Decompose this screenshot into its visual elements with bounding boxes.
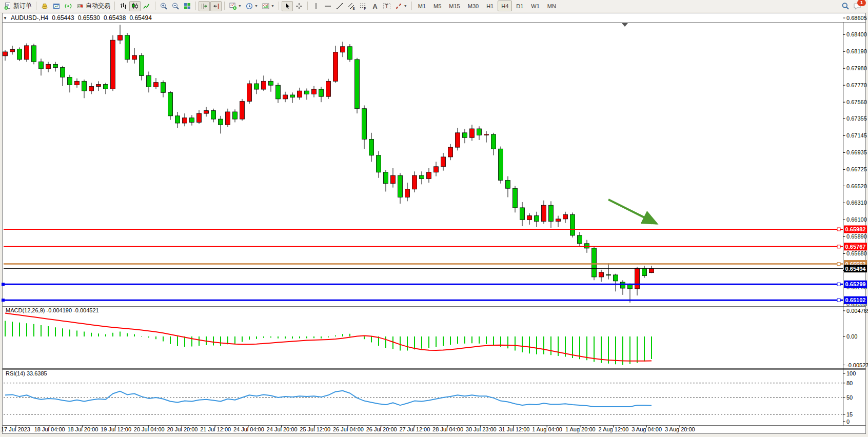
chart-bars-button[interactable] bbox=[117, 1, 129, 11]
text-label-button[interactable]: T bbox=[381, 1, 392, 11]
line-handle[interactable] bbox=[837, 263, 840, 266]
timeframe-H1-button[interactable]: H1 bbox=[483, 1, 497, 11]
chart-shift-button[interactable] bbox=[210, 1, 222, 11]
candle bbox=[456, 133, 460, 147]
line-handle[interactable] bbox=[2, 283, 5, 286]
candle bbox=[147, 75, 151, 87]
svg-text:0.65680: 0.65680 bbox=[846, 250, 867, 256]
timeframe-M15-button[interactable]: M15 bbox=[445, 1, 463, 11]
horizontal-line-button[interactable] bbox=[322, 1, 333, 11]
candle bbox=[46, 64, 51, 69]
auto-scroll-button[interactable] bbox=[199, 1, 210, 11]
svg-text:20 Jul 20:00: 20 Jul 20:00 bbox=[167, 426, 198, 432]
candle bbox=[377, 155, 381, 172]
svg-text:19 Jul 12:00: 19 Jul 12:00 bbox=[101, 426, 131, 432]
market-watch-icon bbox=[41, 2, 49, 10]
timeframe-W1-button[interactable]: W1 bbox=[527, 1, 543, 11]
svg-text:-0.005276: -0.005276 bbox=[846, 362, 868, 368]
chart-canvas[interactable]: 0.686050.684000.681900.679800.677700.675… bbox=[0, 0, 868, 437]
svg-text:2 Aug 12:00: 2 Aug 12:00 bbox=[599, 426, 629, 432]
notifications-button[interactable]: 1 bbox=[852, 1, 863, 11]
candle bbox=[520, 208, 525, 220]
vertical-line-button[interactable] bbox=[310, 1, 322, 11]
candle bbox=[154, 83, 159, 87]
timeframe-H4-button[interactable]: H4 bbox=[498, 1, 512, 11]
candle bbox=[89, 87, 94, 91]
crosshair-button[interactable] bbox=[293, 1, 305, 11]
line-handle[interactable] bbox=[837, 245, 840, 248]
line-handle[interactable] bbox=[837, 228, 840, 231]
svg-text:0.66520: 0.66520 bbox=[846, 183, 867, 189]
zoom-out-button[interactable] bbox=[170, 1, 181, 11]
svg-text:18 Jul 04:00: 18 Jul 04:00 bbox=[34, 426, 65, 432]
candle bbox=[111, 40, 115, 89]
text-button[interactable]: A bbox=[369, 1, 381, 11]
line-handle[interactable] bbox=[837, 283, 840, 286]
zoom-in-button[interactable] bbox=[158, 1, 169, 11]
candle bbox=[17, 49, 22, 59]
chart-window bbox=[3, 13, 866, 434]
toolbar-separator bbox=[279, 2, 279, 10]
price-badge: 0.65494 bbox=[844, 265, 867, 272]
ohlc-open: 0.65443 bbox=[52, 14, 74, 22]
svg-text:0.65767: 0.65767 bbox=[845, 244, 866, 250]
candle bbox=[542, 205, 546, 221]
terminal-button[interactable] bbox=[51, 1, 62, 11]
new-order-button[interactable]: 新订单 bbox=[2, 1, 33, 11]
timeframe-MN-button[interactable]: MN bbox=[544, 1, 560, 11]
candle bbox=[326, 81, 331, 96]
svg-text:0.004765: 0.004765 bbox=[846, 308, 868, 314]
chart-symbol-period: AUDUSD-,H4 bbox=[11, 14, 48, 22]
signal-icon bbox=[64, 2, 72, 10]
candle bbox=[204, 111, 209, 113]
trendline-button[interactable] bbox=[334, 1, 345, 11]
candle bbox=[132, 55, 137, 59]
timeframe-M30-button[interactable]: M30 bbox=[464, 1, 482, 11]
candle bbox=[32, 46, 36, 62]
arrows-button[interactable]: ▼ bbox=[393, 1, 409, 11]
cursor-button[interactable] bbox=[282, 1, 293, 11]
svg-text:0.67770: 0.67770 bbox=[846, 82, 867, 88]
svg-text:18 Jul 20:00: 18 Jul 20:00 bbox=[67, 426, 98, 432]
fibonacci-button[interactable]: F bbox=[358, 1, 369, 11]
candle bbox=[104, 85, 108, 89]
svg-text:3 Aug 04:00: 3 Aug 04:00 bbox=[632, 426, 662, 432]
svg-text:0.65494: 0.65494 bbox=[845, 266, 866, 272]
line-handle[interactable] bbox=[2, 299, 5, 302]
svg-text:0.68400: 0.68400 bbox=[846, 31, 867, 37]
periods-button[interactable]: ▼ bbox=[244, 1, 260, 11]
chart-candles-button[interactable] bbox=[129, 1, 141, 11]
indicators-button[interactable]: ▼ bbox=[227, 1, 243, 11]
candle bbox=[312, 89, 317, 94]
tile-windows-icon bbox=[183, 2, 191, 10]
svg-text:A: A bbox=[372, 3, 377, 10]
market-watch-button[interactable] bbox=[39, 1, 50, 11]
svg-text:27 Jul 12:00: 27 Jul 12:00 bbox=[399, 426, 430, 432]
timeframe-D1-button[interactable]: D1 bbox=[512, 1, 527, 11]
candle bbox=[283, 95, 288, 99]
timeframe-M1-button[interactable]: M1 bbox=[415, 1, 429, 11]
autotrade-button[interactable]: 自动交易 bbox=[74, 1, 112, 11]
toolbar-separator bbox=[411, 2, 412, 10]
terminal-icon bbox=[52, 2, 61, 10]
svg-text:0.67980: 0.67980 bbox=[846, 65, 867, 71]
svg-text:0.67355: 0.67355 bbox=[846, 115, 867, 122]
toolbar-separator bbox=[36, 2, 36, 10]
search-button[interactable] bbox=[840, 1, 851, 11]
ohlc-close: 0.65494 bbox=[129, 14, 151, 22]
candle bbox=[269, 81, 273, 85]
tile-windows-button[interactable] bbox=[182, 1, 193, 11]
equidistant-channel-button[interactable]: E bbox=[346, 1, 357, 11]
chart-collapse-icon[interactable]: ▼ bbox=[3, 16, 7, 21]
signal-button[interactable] bbox=[63, 1, 74, 11]
candle bbox=[578, 235, 582, 244]
chart-line-button[interactable] bbox=[141, 1, 152, 11]
line-handle[interactable] bbox=[837, 299, 840, 302]
candle bbox=[448, 147, 453, 157]
candle bbox=[362, 109, 367, 140]
candle bbox=[441, 157, 446, 167]
timeframe-M5-button[interactable]: M5 bbox=[430, 1, 445, 11]
templates-button[interactable]: ▼ bbox=[260, 1, 276, 11]
price-badge: 0.65102 bbox=[844, 296, 867, 304]
text-icon: A bbox=[371, 2, 379, 10]
